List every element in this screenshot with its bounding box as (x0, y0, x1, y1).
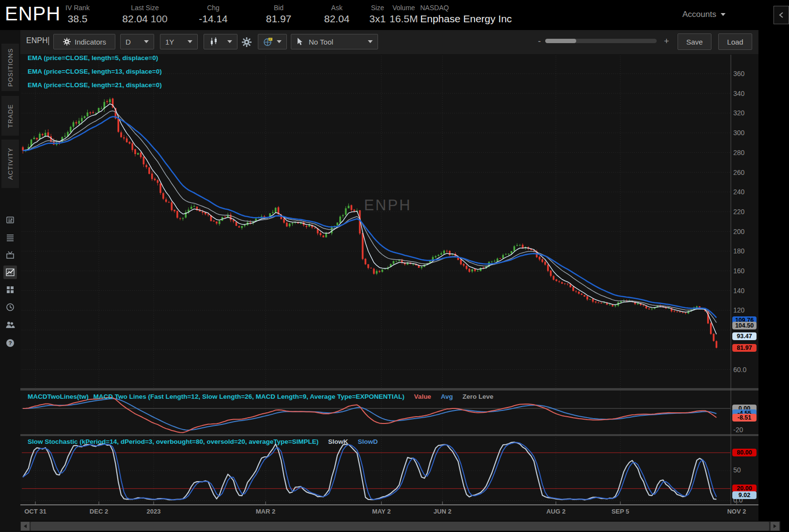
time-axis-label: 2023 (147, 508, 161, 515)
scroll-right-button[interactable] (771, 522, 779, 531)
sidebar-help-icon[interactable]: ? (3, 336, 17, 350)
sidebar-list-icon[interactable] (3, 231, 17, 244)
users-icon (5, 320, 15, 329)
range-value: 1Y (165, 38, 174, 46)
stat-volume: Volume16.5M (383, 0, 425, 30)
time-axis-label: MAY 2 (372, 508, 391, 515)
chart-canvas[interactable]: 3603403203002802602402202001801601401206… (0, 0, 789, 532)
price-tick-label: 300 (733, 129, 745, 137)
stat-value: -14.14 (182, 13, 245, 25)
macd-avg-line (23, 399, 716, 430)
price-tick-label: 180 (733, 247, 745, 255)
indicators-button[interactable]: Indicators (53, 34, 115, 49)
sidebar-chart-icon[interactable] (3, 266, 17, 279)
sidebar-tab-activity[interactable]: ACTIVITY (1, 140, 19, 188)
quote-header: ENPH IV Rank38.5Last Size82.04 100Chg-14… (0, 0, 789, 30)
range-dropdown[interactable]: 1Y (160, 34, 198, 49)
time-axis-label: OCT 31 (24, 508, 47, 515)
time-axis-label: MAR 2 (256, 508, 275, 515)
pane-divider[interactable] (20, 434, 758, 436)
drawing-set-dropdown[interactable] (258, 34, 287, 49)
stat-label: Volume (383, 4, 425, 12)
price-tick-label: 140 (733, 287, 745, 295)
active-tool-label: No Tool (309, 38, 333, 46)
stat-iv-rank: IV Rank38.5 (48, 0, 107, 30)
help-icon: ? (5, 338, 15, 348)
stat-value: 16.5M (383, 13, 425, 25)
time-axis-label: AUG 2 (546, 508, 566, 515)
macd-avg-plot-label: Avg (441, 393, 453, 400)
symbol-watermark: ENPH (347, 197, 429, 214)
price-tick-label: 160 (733, 267, 745, 275)
indicators-button-label: Indicators (75, 38, 106, 46)
svg-text:?: ? (9, 340, 12, 346)
save-button[interactable]: Save (678, 33, 711, 50)
time-axis-label: SEP 5 (612, 508, 630, 515)
stat-chg: Chg-14.14 (182, 0, 245, 30)
collapse-panel-button[interactable] (773, 6, 789, 24)
macd-study-name: MACDTwoLines(tw) (28, 393, 89, 400)
price-tick-label: 280 (733, 149, 745, 156)
stoch-tick-label: 50 (733, 466, 741, 474)
sidebar-history-icon[interactable] (3, 300, 17, 314)
accounts-dropdown[interactable]: Accounts (682, 10, 726, 19)
stoch-slowd-plot-label: SlowD (358, 438, 378, 445)
list-icon (5, 233, 15, 242)
price-tick-label: 320 (733, 109, 745, 117)
price-tick-label: 340 (733, 90, 745, 97)
stoch-slowk-line (23, 442, 716, 500)
stat-label: Last Size (109, 4, 181, 12)
period-dropdown[interactable]: D (120, 34, 154, 49)
load-button[interactable]: Load (718, 33, 752, 50)
price-tick-label: 260 (733, 169, 745, 176)
scroll-left-button[interactable] (21, 522, 30, 531)
sidebar-grid-icon[interactable] (3, 283, 17, 297)
active-tool-dropdown[interactable]: No Tool (291, 34, 378, 49)
pane-divider[interactable] (20, 388, 758, 391)
stat-label: Chg (182, 4, 245, 12)
price-tick-label: 120 (733, 306, 745, 314)
zoom-in-button[interactable]: + (664, 37, 669, 46)
stat-value: 82.04 (310, 13, 363, 25)
scrollbar-thumb[interactable] (31, 522, 769, 531)
accounts-label: Accounts (682, 10, 716, 19)
tv-icon (5, 250, 15, 260)
macd-tick-label: -20 (733, 426, 743, 434)
macd-study-desc: MACD Two Lines (Fast Length=12, Slow Len… (94, 393, 405, 400)
chart-hscrollbar[interactable] (20, 521, 780, 531)
candlestick-type-icon (209, 37, 219, 47)
chart-settings-button[interactable] (241, 36, 252, 50)
symbol-input[interactable]: ENPH (26, 36, 49, 45)
chart-type-dropdown[interactable] (204, 34, 237, 49)
price-tick-label: 240 (733, 188, 745, 196)
price-tick-label: 220 (733, 208, 745, 216)
chevron-down-icon (721, 13, 726, 16)
sidebar-tab-positions[interactable]: POSITIONS (1, 44, 19, 91)
stoch-tick-label: 0.0 (733, 496, 743, 504)
time-zoom-slider[interactable] (545, 39, 657, 43)
chart-toolbar: ENPH Indicators D 1Y (20, 30, 758, 55)
slider-thumb[interactable] (545, 39, 576, 43)
stoch-pane-label[interactable]: Slow Stochastic (kPeriod=14, dPeriod=3, … (28, 438, 378, 445)
time-axis-label: DEC 2 (90, 508, 108, 515)
zoom-out-button[interactable]: - (538, 37, 541, 46)
chart-icon (5, 267, 15, 277)
time-axis-label: JUN 2 (434, 508, 452, 515)
triangle-left-icon (24, 524, 27, 528)
sidebar-users-icon[interactable] (3, 318, 17, 331)
stat-bid: Bid81.97 (252, 0, 305, 30)
exchange-label: NASDAQ (420, 4, 512, 12)
text-cursor (48, 37, 49, 45)
sidebar-tv-icon[interactable] (3, 248, 17, 262)
sidebar-news-icon[interactable] (3, 213, 17, 227)
chevron-down-icon (368, 40, 373, 43)
stat-value: 38.5 (48, 13, 107, 25)
price-tick-label: 60.0 (733, 366, 746, 374)
macd-pane-label[interactable]: MACDTwoLines(tw) MACD Two Lines (Fast Le… (28, 393, 493, 400)
gear-icon (241, 36, 252, 48)
triangle-right-icon (773, 524, 776, 528)
stat-last-size: Last Size82.04 100 (109, 0, 181, 30)
price-tick-label: 200 (733, 228, 745, 235)
sidebar-tab-trade[interactable]: TRADE (1, 96, 19, 136)
price-tick-label: 360 (733, 70, 745, 78)
